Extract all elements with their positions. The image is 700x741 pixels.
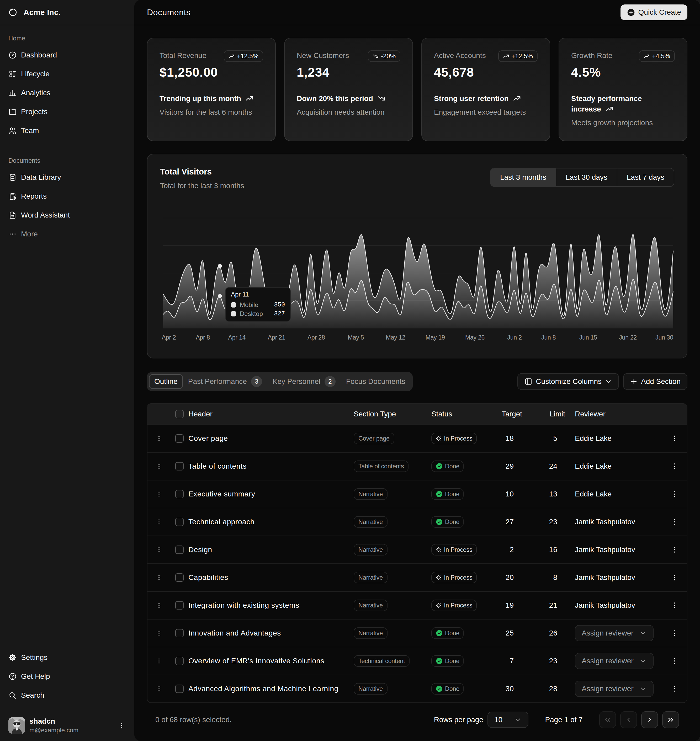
svg-text:May 19: May 19 bbox=[426, 334, 445, 341]
svg-text:May 26: May 26 bbox=[465, 334, 485, 341]
svg-text:May 5: May 5 bbox=[348, 334, 364, 341]
svg-text:Apr 14: Apr 14 bbox=[228, 334, 246, 341]
svg-text:May 12: May 12 bbox=[386, 334, 405, 341]
svg-text:Jun 15: Jun 15 bbox=[579, 334, 597, 341]
svg-text:Apr 2: Apr 2 bbox=[162, 334, 176, 341]
svg-text:Apr 28: Apr 28 bbox=[307, 334, 325, 341]
svg-text:Jun 2: Jun 2 bbox=[507, 334, 522, 341]
svg-text:Jun 30: Jun 30 bbox=[655, 334, 673, 341]
svg-text:Apr 21: Apr 21 bbox=[268, 334, 285, 341]
svg-text:Jun 22: Jun 22 bbox=[619, 334, 637, 341]
svg-text:Jun 8: Jun 8 bbox=[541, 334, 556, 341]
svg-text:Apr 8: Apr 8 bbox=[196, 334, 210, 341]
